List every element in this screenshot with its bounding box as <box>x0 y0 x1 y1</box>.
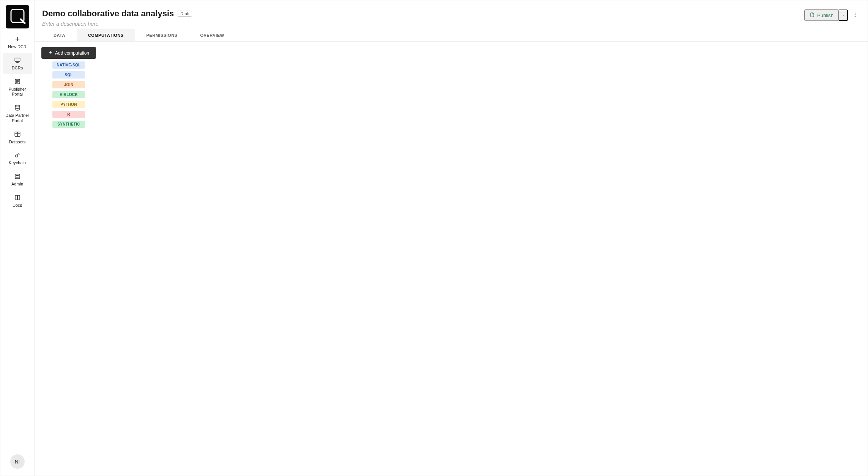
table-icon <box>14 130 21 138</box>
sidebar-item-keychain[interactable]: Keychain <box>3 148 32 169</box>
sidebar-item-admin[interactable]: Admin <box>3 169 32 190</box>
tab-permissions[interactable]: PERMISSIONS <box>135 29 189 41</box>
plus-icon <box>48 50 53 56</box>
computations-panel: Add computation NATIVE-SQL SQL JOIN AIRL… <box>41 47 96 128</box>
avatar[interactable]: NI <box>10 454 25 469</box>
newspaper-icon <box>14 78 21 85</box>
document-icon <box>810 12 815 19</box>
publish-button[interactable]: Publish <box>804 9 839 21</box>
app-logo[interactable] <box>6 5 29 28</box>
sidebar-item-new-dcr[interactable]: New DCR <box>3 31 32 53</box>
settings-icon <box>14 173 21 180</box>
svg-point-9 <box>855 16 855 17</box>
sidebar-item-publisher-portal[interactable]: Publisher Portal <box>3 74 32 101</box>
svg-rect-1 <box>15 58 20 61</box>
add-computation-button[interactable]: Add computation <box>41 47 96 59</box>
sidebar-item-datasets[interactable]: Datasets <box>3 127 32 148</box>
svg-point-8 <box>855 14 855 15</box>
computation-type-join[interactable]: JOIN <box>52 81 85 88</box>
sidebar-item-label: Data Partner Portal <box>4 113 31 124</box>
computation-type-r[interactable]: R <box>52 111 85 118</box>
sidebar-item-label: DCRs <box>12 66 23 71</box>
tab-bar: DATA COMPUTATIONS PERMISSIONS OVERVIEW <box>35 29 868 42</box>
tab-computations[interactable]: COMPUTATIONS <box>77 29 135 41</box>
sidebar-nav: New DCR DCRs Publisher Portal Data Partn… <box>0 31 34 211</box>
computation-type-native-sql[interactable]: NATIVE-SQL <box>52 61 85 69</box>
tab-data[interactable]: DATA <box>42 29 77 41</box>
publish-label: Publish <box>817 13 833 18</box>
content-area: Add computation NATIVE-SQL SQL JOIN AIRL… <box>35 42 868 476</box>
svg-point-5 <box>15 155 17 157</box>
status-badge: Draft <box>178 11 192 17</box>
svg-rect-6 <box>15 174 20 179</box>
book-icon <box>14 194 21 201</box>
sidebar-item-dcrs[interactable]: DCRs <box>3 53 32 74</box>
computer-icon <box>14 57 21 64</box>
main: Demo collaborative data analysis Draft E… <box>35 0 868 476</box>
publish-split-button: Publish <box>804 9 848 21</box>
database-icon <box>14 104 21 112</box>
kebab-icon <box>852 12 858 19</box>
more-options-button[interactable] <box>850 9 860 21</box>
page-title: Demo collaborative data analysis <box>42 9 174 19</box>
sidebar-item-data-partner-portal[interactable]: Data Partner Portal <box>3 100 32 127</box>
description-input[interactable]: Enter a description here <box>42 21 192 27</box>
sidebar-item-label: Keychain <box>9 160 26 166</box>
svg-point-7 <box>855 13 855 13</box>
sidebar-item-label: Publisher Portal <box>4 87 31 97</box>
computation-type-synthetic[interactable]: SYNTHETIC <box>52 121 85 128</box>
tab-overview[interactable]: OVERVIEW <box>189 29 235 41</box>
sidebar-item-label: Docs <box>13 203 22 208</box>
sidebar-item-label: Admin <box>11 182 23 187</box>
add-computation-label: Add computation <box>55 50 89 56</box>
svg-point-3 <box>15 105 20 107</box>
chevron-down-icon <box>841 13 845 18</box>
sidebar-item-label: Datasets <box>9 140 25 145</box>
computation-type-airlock[interactable]: AIRLOCK <box>52 91 85 98</box>
computation-type-sql[interactable]: SQL <box>52 71 85 79</box>
sidebar-item-label: New DCR <box>8 44 27 50</box>
sidebar-item-docs[interactable]: Docs <box>3 190 32 211</box>
sidebar: New DCR DCRs Publisher Portal Data Partn… <box>0 0 35 476</box>
computation-type-python[interactable]: PYTHON <box>52 101 85 108</box>
plus-icon <box>14 35 21 43</box>
key-icon <box>14 151 21 159</box>
header: Demo collaborative data analysis Draft E… <box>35 0 868 29</box>
publish-dropdown-button[interactable] <box>839 9 848 21</box>
